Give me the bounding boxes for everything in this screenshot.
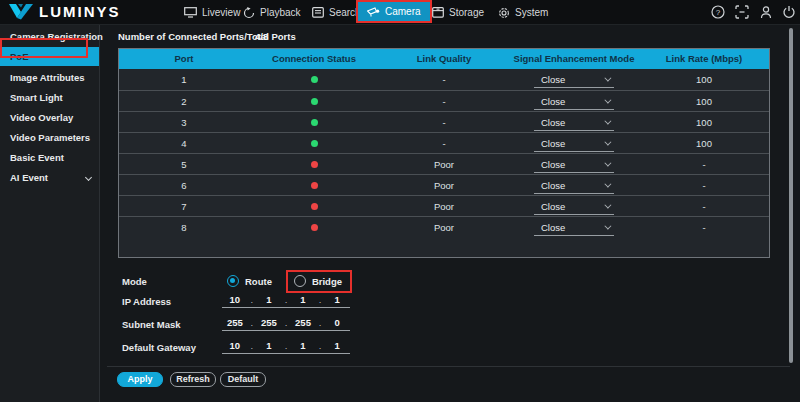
col-header-port: Port	[119, 49, 249, 69]
mode-radio-group: Route Bridge	[227, 275, 342, 287]
signal-mode-dropdown[interactable]: Close	[534, 158, 614, 173]
link-rate-cell: 100	[639, 69, 769, 90]
status-dot-icon	[311, 119, 318, 126]
port-cell: 4	[119, 133, 249, 154]
subnet-mask-field[interactable]: 255. 255. 255. 0	[222, 314, 350, 331]
signal-mode-dropdown[interactable]: Close	[534, 200, 614, 215]
signal-mode-dropdown[interactable]: Close	[534, 95, 614, 110]
link-quality-cell: -	[379, 112, 509, 133]
default-gateway-field[interactable]: 10. 1. 1. 1	[222, 337, 350, 354]
radio-unselected-icon[interactable]	[294, 275, 306, 287]
default-button[interactable]: Default	[220, 372, 266, 387]
subnet-mask-label: Subnet Mask	[122, 319, 181, 330]
connection-status-cell	[249, 133, 379, 154]
nav-storage[interactable]: Storage	[432, 0, 484, 25]
nav-playback-label: Playback	[260, 7, 301, 18]
sidebar-item-video-parameters[interactable]: Video Parameters	[0, 129, 99, 146]
sidebar-item-camera-registration[interactable]: Camera Registration	[0, 28, 99, 45]
sidebar-item-ai-event[interactable]: AI Event	[0, 169, 99, 186]
brand-name: LUMINYS	[39, 3, 121, 20]
vertical-scrollbar[interactable]	[789, 28, 793, 363]
table-row: 2-Close100	[119, 90, 769, 111]
nav-system[interactable]: System	[498, 0, 548, 25]
apply-button[interactable]: Apply	[117, 372, 163, 387]
signal-mode-cell: Close	[509, 69, 639, 90]
chevron-down-icon	[604, 202, 611, 209]
nav-camera-label: Camera	[385, 6, 421, 17]
poe-port-table: Port Connection Status Link Quality Sign…	[118, 48, 770, 258]
camera-icon	[367, 7, 380, 17]
port-cell: 5	[119, 154, 249, 175]
chevron-down-icon	[604, 97, 611, 104]
sidebar-item-image-attributes[interactable]: Image Attributes	[0, 69, 99, 86]
nav-system-label: System	[515, 7, 548, 18]
help-icon[interactable]: ?	[711, 5, 726, 20]
nav-liveview[interactable]: Liveview	[184, 0, 240, 25]
monitor-icon	[184, 7, 197, 18]
folder-icon	[312, 7, 324, 18]
signal-mode-dropdown[interactable]: Close	[534, 116, 614, 131]
nav-search[interactable]: Search	[312, 0, 361, 25]
sidebar-item-smart-light[interactable]: Smart Light	[0, 89, 99, 106]
ip-address-field[interactable]: 10. 1. 1. 1	[222, 291, 350, 308]
link-rate-cell: -	[639, 217, 769, 238]
storage-icon	[432, 7, 444, 18]
mode-option-bridge[interactable]: Bridge	[294, 275, 342, 287]
col-header-link-rate: Link Rate (Mbps)	[639, 49, 769, 69]
link-quality-cell: -	[379, 91, 509, 112]
chevron-down-icon	[604, 181, 611, 188]
status-dot-icon	[311, 76, 318, 83]
nav-liveview-label: Liveview	[202, 7, 240, 18]
nav-playback[interactable]: Playback	[243, 0, 301, 25]
port-cell: 2	[119, 91, 249, 112]
table-row: 6PoorClose-	[119, 174, 769, 195]
svg-text:?: ?	[716, 8, 721, 17]
user-icon[interactable]	[759, 5, 774, 20]
gear-icon	[498, 7, 510, 19]
sidebar-item-basic-event[interactable]: Basic Event	[0, 149, 99, 166]
link-quality-cell: Poor	[379, 154, 509, 175]
table-header-row: Port Connection Status Link Quality Sign…	[119, 49, 769, 69]
chevron-down-icon	[85, 174, 92, 181]
scan-icon[interactable]	[735, 5, 750, 20]
refresh-button[interactable]: Refresh	[170, 372, 216, 387]
status-dot-icon	[311, 98, 318, 105]
link-rate-cell: -	[639, 175, 769, 196]
chevron-down-icon	[604, 75, 611, 82]
signal-mode-cell: Close	[509, 91, 639, 112]
sidebar-item-video-overlay[interactable]: Video Overlay	[0, 109, 99, 126]
nav-camera[interactable]: Camera	[356, 0, 432, 23]
luminys-logo-icon	[9, 3, 33, 20]
power-icon[interactable]	[782, 5, 797, 20]
status-dot-icon	[311, 203, 318, 210]
connection-status-cell	[249, 69, 379, 90]
signal-mode-cell: Close	[509, 133, 639, 154]
table-row: 5PoorClose-	[119, 153, 769, 174]
port-cell: 6	[119, 175, 249, 196]
table-row: 8PoorClose-	[119, 216, 769, 237]
col-header-signal-enhancement-mode: Signal Enhancement Mode	[509, 49, 639, 69]
nav-storage-label: Storage	[449, 7, 484, 18]
status-dot-icon	[311, 140, 318, 147]
status-dot-icon	[311, 224, 318, 231]
mode-label: Mode	[122, 276, 147, 287]
link-rate-cell: 100	[639, 112, 769, 133]
signal-mode-dropdown[interactable]: Close	[534, 179, 614, 194]
connection-status-cell	[249, 217, 379, 238]
signal-mode-dropdown[interactable]: Close	[534, 137, 614, 152]
signal-mode-cell: Close	[509, 175, 639, 196]
chevron-down-icon	[604, 139, 611, 146]
sidebar-item-poe[interactable]: PoE	[0, 47, 99, 66]
signal-mode-dropdown[interactable]: Close	[534, 221, 614, 236]
link-quality-cell: Poor	[379, 217, 509, 238]
signal-mode-cell: Close	[509, 217, 639, 238]
signal-mode-dropdown[interactable]: Close	[534, 73, 614, 88]
radio-selected-icon[interactable]	[227, 275, 239, 287]
col-header-connection-status: Connection Status	[249, 49, 379, 69]
signal-mode-cell: Close	[509, 112, 639, 133]
top-navigation-bar: LUMINYS Liveview Playback Search Camera …	[0, 0, 800, 25]
mode-option-route[interactable]: Route	[227, 275, 272, 287]
connected-ports-value: 4/8	[255, 31, 268, 42]
connection-status-cell	[249, 175, 379, 196]
connected-ports-label: Number of Connected Ports/Total Ports	[118, 31, 296, 42]
